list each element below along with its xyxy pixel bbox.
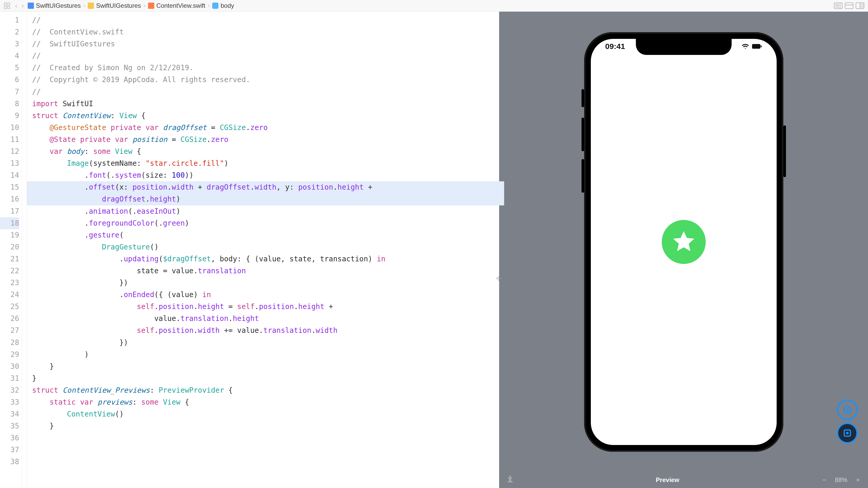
line-gutter: 1234567891011121314151617181920212223242… (0, 12, 22, 488)
crumb-symbol-label: body (220, 2, 234, 9)
line-number: 8 (0, 98, 19, 110)
svg-rect-20 (846, 432, 848, 434)
code-line[interactable]: state = value.translation (32, 265, 499, 277)
property-icon (212, 3, 218, 9)
line-number: 32 (0, 384, 19, 396)
code-line[interactable]: struct ContentView_Previews: PreviewProv… (32, 384, 499, 396)
code-line[interactable]: var body: some View { (32, 146, 499, 157)
code-line[interactable]: value.translation.height (32, 313, 499, 324)
code-line[interactable]: DragGesture() (32, 241, 499, 253)
line-number: 33 (0, 396, 19, 408)
svg-point-18 (846, 409, 848, 411)
code-line[interactable]: ContentView() (32, 408, 499, 420)
code-line[interactable]: .onEnded({ (value) in (32, 289, 499, 301)
code-line[interactable]: .animation(.easeInOut) (32, 205, 499, 217)
canvas-toggle-icon[interactable] (845, 2, 854, 9)
related-items-icon[interactable] (4, 2, 10, 9)
code-line[interactable]: // Copyright © 2019 AppCoda. All rights … (32, 74, 499, 86)
code-line[interactable]: static var previews: some View { (32, 396, 499, 408)
line-number: 20 (0, 241, 19, 253)
line-number: 35 (0, 420, 19, 432)
code-line[interactable]: } (32, 420, 499, 432)
line-number: 11 (0, 134, 19, 146)
code-line[interactable]: // (32, 86, 499, 98)
code-line[interactable]: // ContentView.swift (32, 26, 499, 38)
line-number: 14 (0, 169, 19, 181)
crumb-project[interactable]: SwiftUIGestures (26, 2, 82, 9)
svg-rect-1 (7, 3, 10, 5)
preview-canvas[interactable]: 09:41 (499, 12, 868, 472)
crumb-group-label: SwiftUIGestures (96, 2, 141, 9)
code-line[interactable]: .font(.system(size: 100)) (32, 169, 499, 181)
line-number: 22 (0, 265, 19, 277)
code-line[interactable]: import SwiftUI (32, 98, 499, 110)
code-line[interactable]: @State private var position = CGSize.zer… (32, 134, 499, 146)
minimap-toggle-icon[interactable] (834, 2, 843, 9)
crumb-separator: › (143, 2, 147, 9)
crumb-file-label: ContentView.swift (156, 2, 205, 9)
code-line[interactable]: } (32, 361, 499, 372)
line-number: 10 (0, 122, 19, 134)
svg-rect-2 (4, 6, 6, 8)
code-line[interactable]: dragOffset.height) (27, 193, 504, 205)
line-number: 15 (0, 181, 19, 193)
preview-pane: 09:41 (499, 12, 868, 488)
nav-forward-button[interactable]: › (20, 2, 26, 9)
line-number: 30 (0, 361, 19, 372)
line-number: 13 (0, 157, 19, 169)
code-line[interactable]: @GestureState private var dragOffset = C… (32, 122, 499, 134)
crumb-group[interactable]: SwiftUIGestures (86, 2, 142, 9)
crumb-separator: › (207, 2, 211, 9)
code-line[interactable]: // Created by Simon Ng on 2/12/2019. (32, 62, 499, 74)
line-number: 5 (0, 62, 19, 74)
code-line[interactable]: } (32, 372, 499, 384)
code-line[interactable]: ) (32, 349, 499, 361)
line-number: 27 (0, 324, 19, 337)
swift-file-icon (148, 3, 154, 9)
code-line[interactable]: Image(systemName: "star.circle.fill") (32, 157, 499, 169)
project-icon (28, 3, 34, 9)
code-line[interactable]: }) (32, 337, 499, 349)
code-line[interactable]: .gesture( (32, 229, 499, 241)
code-line[interactable]: // (32, 50, 499, 62)
code-line[interactable]: self.position.height = self.position.hei… (32, 301, 499, 313)
preview-inspect-button[interactable] (837, 399, 858, 420)
zoom-in-button[interactable]: + (854, 475, 862, 485)
preview-live-button[interactable] (837, 423, 858, 443)
line-number: 12 (0, 146, 19, 157)
code-editor[interactable]: //// ContentView.swift// SwiftUIGestures… (27, 12, 499, 488)
preview-content[interactable] (591, 39, 777, 445)
crumb-file[interactable]: ContentView.swift (147, 2, 207, 9)
zoom-out-button[interactable]: − (820, 475, 828, 485)
fold-strip[interactable] (22, 12, 27, 488)
line-number: 17 (0, 205, 19, 217)
code-line[interactable]: // SwiftUIGestures (32, 38, 499, 50)
line-number: 28 (0, 337, 19, 349)
code-line[interactable]: }) (32, 277, 499, 289)
code-line[interactable]: // (32, 14, 499, 26)
folder-icon (88, 3, 94, 9)
line-number: 2 (0, 26, 19, 38)
line-number: 38 (0, 456, 19, 468)
code-line[interactable]: self.position.width += value.translation… (32, 324, 499, 337)
code-line[interactable]: struct ContentView: View { (32, 110, 499, 122)
crumb-symbol[interactable]: body (211, 2, 236, 9)
line-number: 18 (0, 217, 19, 229)
iphone-screen: 09:41 (591, 39, 777, 445)
nav-back-button[interactable]: ‹ (13, 2, 20, 9)
line-number: 24 (0, 289, 19, 301)
code-line[interactable]: .foregroundColor(.green) (32, 217, 499, 229)
phone-side-button (783, 125, 786, 177)
zoom-level[interactable]: 88% (833, 475, 849, 485)
phone-side-button (582, 118, 584, 151)
pin-toggle-icon[interactable] (505, 475, 515, 485)
line-number: 25 (0, 301, 19, 313)
code-line[interactable]: .offset(x: position.width + dragOffset.w… (27, 181, 504, 193)
breadcrumb-right (833, 2, 868, 9)
code-line[interactable]: .updating($dragOffset, body: { (value, s… (32, 253, 499, 265)
line-number: 7 (0, 86, 19, 98)
line-number: 37 (0, 444, 19, 456)
svg-rect-13 (860, 3, 864, 8)
star-circle-fill-icon[interactable] (662, 220, 706, 264)
assistant-toggle-icon[interactable] (856, 2, 864, 9)
